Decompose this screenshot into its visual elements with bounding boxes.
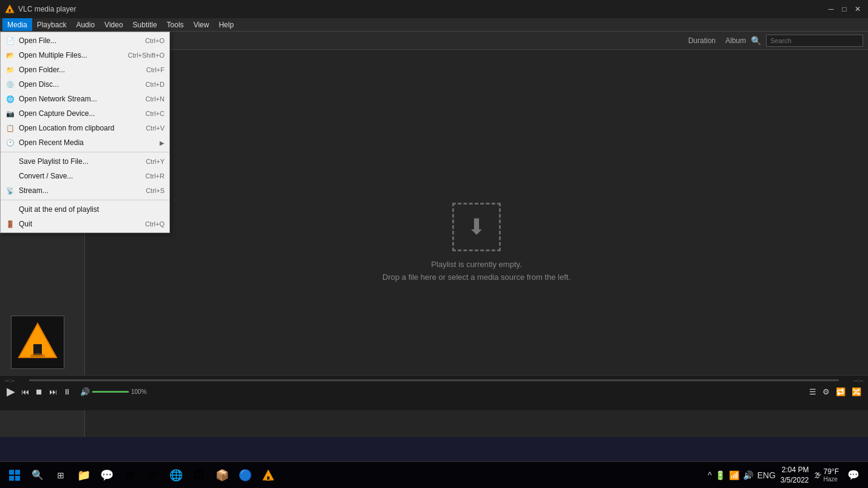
duration-column-header[interactable]: Duration xyxy=(683,36,721,45)
random-button[interactable]: 🔀 xyxy=(850,386,863,398)
mail-button[interactable]: ✉ xyxy=(120,466,140,485)
loop-button[interactable]: 🔁 xyxy=(834,386,847,398)
frame-step-button[interactable]: ⏸ xyxy=(61,386,73,398)
menu-quit[interactable]: 🚪 Quit Ctrl+Q xyxy=(1,217,169,231)
wifi-icon[interactable]: 📶 xyxy=(729,470,739,480)
minimize-button[interactable]: ─ xyxy=(826,4,836,15)
start-button[interactable] xyxy=(5,466,24,485)
play-button[interactable]: ▶ xyxy=(5,384,17,399)
chrome-button[interactable]: 🔵 xyxy=(236,466,255,485)
volume-track[interactable] xyxy=(92,391,129,393)
menu-open-disc[interactable]: 💿 Open Disc... Ctrl+D xyxy=(1,77,169,92)
file-explorer-button[interactable]: 📁 xyxy=(74,466,93,485)
mail-icon: ✉ xyxy=(126,469,135,482)
open-multiple-shortcut: Ctrl+Shift+O xyxy=(127,52,164,59)
edge-button[interactable]: 🌐 xyxy=(166,466,186,485)
extended-settings-button[interactable]: ⚙ xyxy=(821,386,832,398)
svg-rect-10 xyxy=(15,476,20,481)
open-folder-label: Open Folder... xyxy=(19,66,65,74)
open-capture-shortcut: Ctrl+C xyxy=(146,110,164,117)
quit-icon: 🚪 xyxy=(5,219,15,229)
menu-open-capture[interactable]: 📷 Open Capture Device... Ctrl+C xyxy=(1,106,169,121)
open-network-icon: 🌐 xyxy=(5,94,15,104)
menu-open-clipboard[interactable]: 📋 Open Location from clipboard Ctrl+V xyxy=(1,121,169,135)
taskbar-right: ^ 🔋 📶 🔊 ENG 2:04 PM 3/5/2022 🌫 79°F Haze… xyxy=(708,465,863,486)
toggle-playlist-button[interactable]: ☰ xyxy=(807,386,818,398)
time-remaining: --:-- xyxy=(839,377,863,384)
notifications-button[interactable]: 💬 xyxy=(844,466,863,485)
menu-help[interactable]: Help xyxy=(214,18,239,31)
media-dropdown-menu: 📄 Open File... Ctrl+O 📂 Open Multiple Fi… xyxy=(0,32,170,233)
close-button[interactable]: ✕ xyxy=(852,4,863,15)
title-bar: VLC media player ─ □ ✕ xyxy=(0,0,868,18)
menu-video[interactable]: Video xyxy=(100,18,127,31)
time-elapsed: --:-- xyxy=(5,377,29,384)
open-capture-label: Open Capture Device... xyxy=(19,109,95,118)
notifications-icon: 💬 xyxy=(847,469,860,481)
system-clock[interactable]: 2:04 PM 3/5/2022 xyxy=(781,465,809,486)
vlc-taskbar-button[interactable] xyxy=(259,466,278,485)
task-view-button[interactable]: ⊞ xyxy=(51,466,70,485)
vlc-logo-small xyxy=(5,4,15,14)
open-folder-shortcut: Ctrl+F xyxy=(146,66,164,73)
stream-icon: 📡 xyxy=(5,186,15,195)
photos-button[interactable]: 🖼 xyxy=(189,466,209,485)
menu-convert-save[interactable]: Convert / Save... Ctrl+R xyxy=(1,169,169,183)
playlist-empty-message: Playlist is currently empty. Drop a file… xyxy=(382,259,571,284)
task-view-icon: ⊞ xyxy=(57,470,64,480)
search-input[interactable] xyxy=(766,35,863,47)
open-clipboard-shortcut: Ctrl+V xyxy=(146,124,164,132)
menu-open-file[interactable]: 📄 Open File... Ctrl+O xyxy=(1,33,169,48)
menu-save-playlist[interactable]: Save Playlist to File... Ctrl+Y xyxy=(1,154,169,169)
search-taskbar-button[interactable]: 🔍 xyxy=(28,466,47,485)
open-network-shortcut: Ctrl+N xyxy=(146,95,164,103)
progress-track[interactable] xyxy=(29,379,839,381)
language-indicator[interactable]: ENG xyxy=(757,470,775,480)
menu-open-recent[interactable]: 🕐 Open Recent Media ▶ xyxy=(1,135,169,150)
edge-icon: 🌐 xyxy=(169,469,183,482)
store-icon: 🛍 xyxy=(147,469,158,481)
menu-subtitle[interactable]: Subtitle xyxy=(128,18,162,31)
open-file-icon: 📄 xyxy=(5,36,15,46)
store-button[interactable]: 🛍 xyxy=(143,466,163,485)
album-column-header[interactable]: Album xyxy=(721,36,751,45)
menu-tools[interactable]: Tools xyxy=(162,18,189,31)
stop-button[interactable]: ⏹ xyxy=(33,386,45,398)
save-playlist-label: Save Playlist to File... xyxy=(19,157,89,166)
menu-media[interactable]: Media xyxy=(2,18,32,31)
separator-2 xyxy=(1,200,169,200)
open-multiple-icon: 📂 xyxy=(5,50,15,60)
open-network-label: Open Network Stream... xyxy=(19,95,97,103)
open-capture-icon: 📷 xyxy=(5,109,15,118)
menu-stream[interactable]: 📡 Stream... Ctrl+S xyxy=(1,183,169,198)
volume-percentage: 100% xyxy=(131,388,147,395)
chevron-up-icon[interactable]: ^ xyxy=(708,470,712,480)
menu-open-network[interactable]: 🌐 Open Network Stream... Ctrl+N xyxy=(1,92,169,106)
volume-tray-icon[interactable]: 🔊 xyxy=(743,470,753,480)
bottom-controls: --:-- --:-- ▶ ⏮ ⏹ ⏭ ⏸ 🔊 100% ☰ ⚙ 🔁 🔀 xyxy=(0,375,868,410)
open-disc-shortcut: Ctrl+D xyxy=(146,81,164,88)
menu-playback[interactable]: Playback xyxy=(32,18,72,31)
teams-button[interactable]: 💬 xyxy=(97,466,117,485)
menu-quit-end-playlist[interactable]: Quit at the end of playlist xyxy=(1,202,169,217)
menu-open-multiple[interactable]: 📂 Open Multiple Files... Ctrl+Shift+O xyxy=(1,48,169,63)
controls-button-row: ▶ ⏮ ⏹ ⏭ ⏸ 🔊 100% ☰ ⚙ 🔁 🔀 xyxy=(0,382,868,401)
vlc-window: VLC media player ─ □ ✕ Media Playback Au… xyxy=(0,0,868,437)
open-file-shortcut: Ctrl+O xyxy=(145,37,164,44)
next-button[interactable]: ⏭ xyxy=(47,386,59,398)
svg-point-6 xyxy=(30,353,45,357)
menu-view[interactable]: View xyxy=(189,18,214,31)
battery-icon[interactable]: 🔋 xyxy=(715,470,725,480)
previous-button[interactable]: ⏮ xyxy=(19,386,31,398)
restore-button[interactable]: □ xyxy=(839,4,850,15)
playlist-empty-title: Playlist is currently empty. xyxy=(382,259,571,271)
clock-time: 2:04 PM xyxy=(781,465,809,475)
svg-rect-7 xyxy=(9,470,14,475)
system-tray: ^ 🔋 📶 🔊 ENG xyxy=(708,470,776,480)
search-icon: 🔍 xyxy=(751,36,761,46)
menu-open-folder[interactable]: 📁 Open Folder... Ctrl+F xyxy=(1,63,169,77)
open-disc-icon: 💿 xyxy=(5,80,15,89)
dropbox-button[interactable]: 📦 xyxy=(212,466,232,485)
weather-area[interactable]: 🌫 79°F Haze xyxy=(814,467,839,483)
menu-audio[interactable]: Audio xyxy=(71,18,100,31)
